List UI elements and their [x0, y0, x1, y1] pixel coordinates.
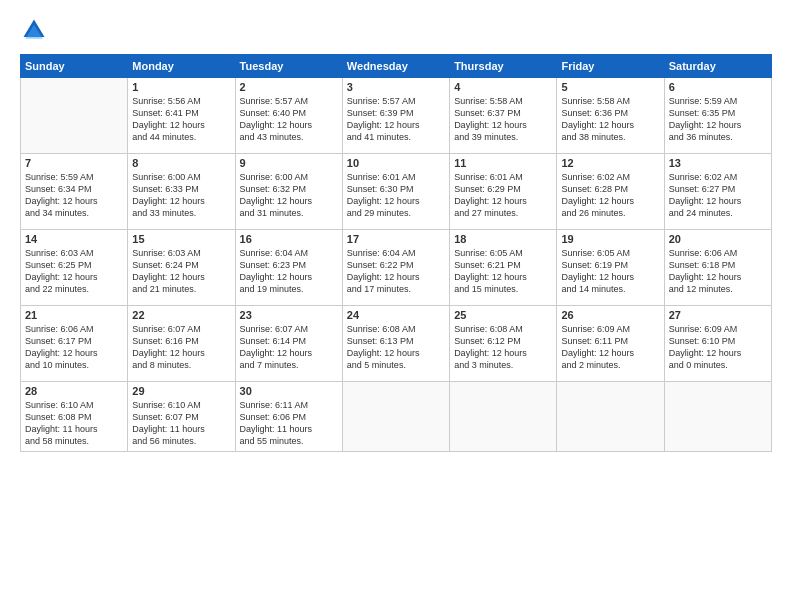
calendar-day-cell: 9Sunrise: 6:00 AM Sunset: 6:32 PM Daylig… [235, 154, 342, 230]
day-info: Sunrise: 6:03 AM Sunset: 6:24 PM Dayligh… [132, 247, 230, 296]
logo [20, 16, 52, 44]
day-info: Sunrise: 6:11 AM Sunset: 6:06 PM Dayligh… [240, 399, 338, 448]
day-number: 1 [132, 81, 230, 93]
weekday-header-friday: Friday [557, 55, 664, 78]
day-info: Sunrise: 6:01 AM Sunset: 6:30 PM Dayligh… [347, 171, 445, 220]
day-info: Sunrise: 6:07 AM Sunset: 6:14 PM Dayligh… [240, 323, 338, 372]
day-number: 20 [669, 233, 767, 245]
weekday-header-thursday: Thursday [450, 55, 557, 78]
empty-cell [450, 382, 557, 452]
day-number: 9 [240, 157, 338, 169]
day-number: 8 [132, 157, 230, 169]
calendar-day-cell: 4Sunrise: 5:58 AM Sunset: 6:37 PM Daylig… [450, 78, 557, 154]
calendar-day-cell: 19Sunrise: 6:05 AM Sunset: 6:19 PM Dayli… [557, 230, 664, 306]
weekday-header-sunday: Sunday [21, 55, 128, 78]
calendar-day-cell: 10Sunrise: 6:01 AM Sunset: 6:30 PM Dayli… [342, 154, 449, 230]
day-number: 18 [454, 233, 552, 245]
empty-cell [557, 382, 664, 452]
day-info: Sunrise: 6:10 AM Sunset: 6:08 PM Dayligh… [25, 399, 123, 448]
day-info: Sunrise: 6:00 AM Sunset: 6:33 PM Dayligh… [132, 171, 230, 220]
day-number: 23 [240, 309, 338, 321]
day-number: 28 [25, 385, 123, 397]
calendar-day-cell: 11Sunrise: 6:01 AM Sunset: 6:29 PM Dayli… [450, 154, 557, 230]
day-number: 26 [561, 309, 659, 321]
calendar-day-cell: 12Sunrise: 6:02 AM Sunset: 6:28 PM Dayli… [557, 154, 664, 230]
day-info: Sunrise: 5:57 AM Sunset: 6:40 PM Dayligh… [240, 95, 338, 144]
day-info: Sunrise: 6:03 AM Sunset: 6:25 PM Dayligh… [25, 247, 123, 296]
day-number: 3 [347, 81, 445, 93]
day-number: 14 [25, 233, 123, 245]
calendar-day-cell: 17Sunrise: 6:04 AM Sunset: 6:22 PM Dayli… [342, 230, 449, 306]
calendar-day-cell: 28Sunrise: 6:10 AM Sunset: 6:08 PM Dayli… [21, 382, 128, 452]
day-info: Sunrise: 6:05 AM Sunset: 6:21 PM Dayligh… [454, 247, 552, 296]
weekday-header-monday: Monday [128, 55, 235, 78]
day-number: 22 [132, 309, 230, 321]
day-number: 21 [25, 309, 123, 321]
calendar-day-cell: 21Sunrise: 6:06 AM Sunset: 6:17 PM Dayli… [21, 306, 128, 382]
day-number: 19 [561, 233, 659, 245]
calendar-day-cell: 3Sunrise: 5:57 AM Sunset: 6:39 PM Daylig… [342, 78, 449, 154]
calendar-day-cell: 27Sunrise: 6:09 AM Sunset: 6:10 PM Dayli… [664, 306, 771, 382]
day-info: Sunrise: 6:02 AM Sunset: 6:27 PM Dayligh… [669, 171, 767, 220]
day-info: Sunrise: 6:04 AM Sunset: 6:22 PM Dayligh… [347, 247, 445, 296]
day-number: 24 [347, 309, 445, 321]
weekday-header-tuesday: Tuesday [235, 55, 342, 78]
day-number: 11 [454, 157, 552, 169]
calendar-week-row: 21Sunrise: 6:06 AM Sunset: 6:17 PM Dayli… [21, 306, 772, 382]
calendar-day-cell: 14Sunrise: 6:03 AM Sunset: 6:25 PM Dayli… [21, 230, 128, 306]
weekday-header-row: SundayMondayTuesdayWednesdayThursdayFrid… [21, 55, 772, 78]
day-number: 6 [669, 81, 767, 93]
day-info: Sunrise: 6:02 AM Sunset: 6:28 PM Dayligh… [561, 171, 659, 220]
weekday-header-wednesday: Wednesday [342, 55, 449, 78]
day-info: Sunrise: 6:00 AM Sunset: 6:32 PM Dayligh… [240, 171, 338, 220]
day-info: Sunrise: 6:01 AM Sunset: 6:29 PM Dayligh… [454, 171, 552, 220]
day-info: Sunrise: 5:57 AM Sunset: 6:39 PM Dayligh… [347, 95, 445, 144]
calendar-week-row: 1Sunrise: 5:56 AM Sunset: 6:41 PM Daylig… [21, 78, 772, 154]
day-number: 15 [132, 233, 230, 245]
empty-cell [664, 382, 771, 452]
day-info: Sunrise: 5:59 AM Sunset: 6:34 PM Dayligh… [25, 171, 123, 220]
day-info: Sunrise: 6:08 AM Sunset: 6:13 PM Dayligh… [347, 323, 445, 372]
calendar-day-cell: 20Sunrise: 6:06 AM Sunset: 6:18 PM Dayli… [664, 230, 771, 306]
calendar-day-cell: 30Sunrise: 6:11 AM Sunset: 6:06 PM Dayli… [235, 382, 342, 452]
day-info: Sunrise: 5:58 AM Sunset: 6:37 PM Dayligh… [454, 95, 552, 144]
day-number: 27 [669, 309, 767, 321]
day-number: 12 [561, 157, 659, 169]
day-number: 13 [669, 157, 767, 169]
day-info: Sunrise: 5:59 AM Sunset: 6:35 PM Dayligh… [669, 95, 767, 144]
day-number: 2 [240, 81, 338, 93]
empty-cell [21, 78, 128, 154]
day-info: Sunrise: 6:05 AM Sunset: 6:19 PM Dayligh… [561, 247, 659, 296]
page: SundayMondayTuesdayWednesdayThursdayFrid… [0, 0, 792, 612]
calendar-day-cell: 16Sunrise: 6:04 AM Sunset: 6:23 PM Dayli… [235, 230, 342, 306]
day-number: 29 [132, 385, 230, 397]
day-info: Sunrise: 5:58 AM Sunset: 6:36 PM Dayligh… [561, 95, 659, 144]
header [20, 16, 772, 44]
calendar-day-cell: 24Sunrise: 6:08 AM Sunset: 6:13 PM Dayli… [342, 306, 449, 382]
day-info: Sunrise: 5:56 AM Sunset: 6:41 PM Dayligh… [132, 95, 230, 144]
day-number: 7 [25, 157, 123, 169]
calendar-day-cell: 7Sunrise: 5:59 AM Sunset: 6:34 PM Daylig… [21, 154, 128, 230]
day-info: Sunrise: 6:08 AM Sunset: 6:12 PM Dayligh… [454, 323, 552, 372]
calendar-day-cell: 25Sunrise: 6:08 AM Sunset: 6:12 PM Dayli… [450, 306, 557, 382]
calendar-table: SundayMondayTuesdayWednesdayThursdayFrid… [20, 54, 772, 452]
calendar-day-cell: 5Sunrise: 5:58 AM Sunset: 6:36 PM Daylig… [557, 78, 664, 154]
calendar-day-cell: 26Sunrise: 6:09 AM Sunset: 6:11 PM Dayli… [557, 306, 664, 382]
day-info: Sunrise: 6:07 AM Sunset: 6:16 PM Dayligh… [132, 323, 230, 372]
day-info: Sunrise: 6:04 AM Sunset: 6:23 PM Dayligh… [240, 247, 338, 296]
calendar-week-row: 14Sunrise: 6:03 AM Sunset: 6:25 PM Dayli… [21, 230, 772, 306]
calendar-day-cell: 13Sunrise: 6:02 AM Sunset: 6:27 PM Dayli… [664, 154, 771, 230]
day-info: Sunrise: 6:09 AM Sunset: 6:10 PM Dayligh… [669, 323, 767, 372]
calendar-day-cell: 2Sunrise: 5:57 AM Sunset: 6:40 PM Daylig… [235, 78, 342, 154]
calendar-day-cell: 8Sunrise: 6:00 AM Sunset: 6:33 PM Daylig… [128, 154, 235, 230]
calendar-day-cell: 23Sunrise: 6:07 AM Sunset: 6:14 PM Dayli… [235, 306, 342, 382]
day-number: 30 [240, 385, 338, 397]
day-number: 5 [561, 81, 659, 93]
day-info: Sunrise: 6:06 AM Sunset: 6:17 PM Dayligh… [25, 323, 123, 372]
weekday-header-saturday: Saturday [664, 55, 771, 78]
day-info: Sunrise: 6:09 AM Sunset: 6:11 PM Dayligh… [561, 323, 659, 372]
calendar-day-cell: 29Sunrise: 6:10 AM Sunset: 6:07 PM Dayli… [128, 382, 235, 452]
calendar-week-row: 28Sunrise: 6:10 AM Sunset: 6:08 PM Dayli… [21, 382, 772, 452]
day-number: 25 [454, 309, 552, 321]
calendar-week-row: 7Sunrise: 5:59 AM Sunset: 6:34 PM Daylig… [21, 154, 772, 230]
